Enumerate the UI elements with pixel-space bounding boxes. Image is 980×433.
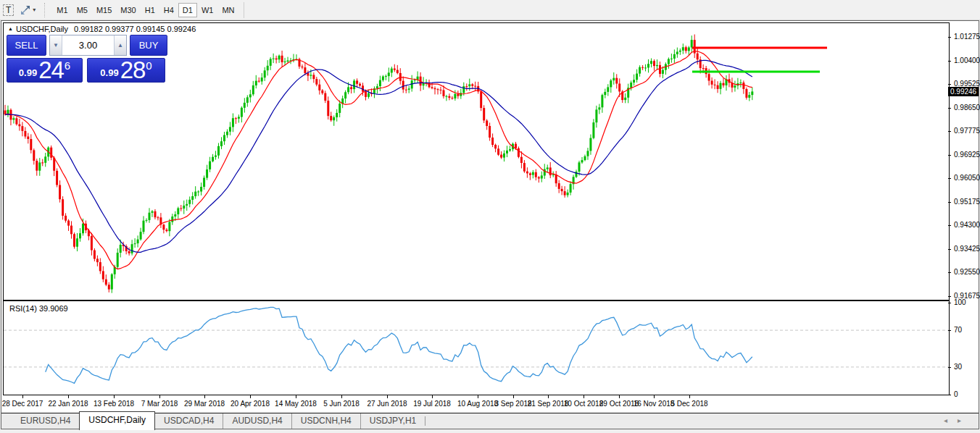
price-axis-label: 0.96050	[954, 174, 980, 182]
price-axis-label: 0.93425	[954, 245, 980, 253]
price-axis-label: 0.96925	[954, 151, 980, 159]
price-axis-label: 1.01275	[954, 33, 980, 41]
date-axis-label: 27 Jun 2018	[362, 400, 412, 408]
price-pane[interactable]: ▲USDCHF,Daily0.99182 0.99377 0.99145 0.9…	[3, 22, 950, 300]
axis-tick	[948, 296, 951, 297]
axis-tick	[948, 202, 951, 203]
date-axis-label: 29 Mar 2018	[179, 400, 230, 408]
tab-scroll-controls: ◂▸	[944, 416, 971, 424]
mt4-terminal: T ▾ M1M5M15M30H1H4D1W1MN ▲USDCHF,Daily0.…	[0, 0, 980, 433]
rsi-indicator-pane[interactable]: RSI(14) 39.9069	[3, 300, 950, 395]
toolbar-grip[interactable]	[44, 3, 48, 17]
date-axis-label: 20 Apr 2018	[225, 400, 275, 408]
date-axis-label: 22 Jan 2018	[43, 400, 94, 408]
rsi-axis-label: 30	[954, 363, 962, 371]
text-tool-icon: T	[3, 4, 14, 16]
date-axis-tick	[22, 395, 23, 398]
ma-fast-line	[5, 51, 752, 269]
sell-button[interactable]: SELL	[7, 35, 46, 56]
axis-tick	[948, 303, 951, 303]
date-axis-tick	[341, 395, 342, 398]
timeframe-button[interactable]: H1	[141, 3, 159, 17]
timeframe-button[interactable]: M1	[52, 3, 72, 17]
date-axis-label: 19 Jul 2018	[407, 400, 457, 408]
price-axis-label: 0.99525	[954, 80, 980, 88]
timeframe-button[interactable]: H4	[159, 3, 178, 17]
volume-decrease-button[interactable]: ▼	[50, 35, 62, 55]
date-axis-label: 5 Dec 2018	[664, 400, 715, 408]
chart-tab[interactable]: USDCHF,Daily	[79, 411, 155, 430]
buy-button[interactable]: BUY	[130, 35, 167, 56]
date-axis-tick	[478, 395, 478, 398]
buy-price-prefix: 0.99	[100, 67, 118, 78]
axis-tick	[948, 330, 951, 331]
volume-stepper: ▼ 3.00 ▲	[49, 35, 127, 56]
price-axis-label: 0.92550	[954, 268, 980, 276]
sell-price-big: 24	[38, 59, 64, 81]
volume-input[interactable]: 3.00	[62, 35, 114, 55]
axis-tick	[948, 108, 951, 109]
date-axis-tick	[654, 395, 655, 398]
price-axis-label: 0.95175	[954, 198, 980, 206]
date-axis-label: 7 Mar 2018	[134, 400, 185, 408]
rsi-axis-label: 70	[954, 326, 962, 334]
sell-price-prefix: 0.99	[19, 67, 37, 78]
rsi-axis-label: 100	[954, 298, 966, 306]
buy-price-big: 28	[120, 59, 146, 81]
date-axis-tick	[432, 395, 433, 398]
tab-scroll-left-icon[interactable]: ◂	[944, 416, 958, 424]
rsi-indicator-label: RSI(14) 39.9069	[9, 304, 68, 313]
tab-scroll-right-icon[interactable]: ▸	[958, 416, 971, 424]
chart-tab[interactable]: USDCAD,H4	[155, 413, 223, 429]
date-axis-tick	[619, 395, 620, 398]
chart-tab[interactable]: USDJPY,H1	[360, 413, 425, 429]
volume-increase-button[interactable]: ▲	[114, 35, 126, 55]
buy-price-pip: 0	[146, 59, 151, 72]
rsi-axis-label: 0	[954, 390, 958, 398]
axis-tick	[948, 395, 951, 395]
date-axis-label: 13 Feb 2018	[88, 400, 139, 408]
buy-price-quote[interactable]: 0.99 28 0	[87, 58, 165, 83]
timeframe-button[interactable]: MN	[217, 3, 238, 17]
date-axis-tick	[250, 395, 251, 398]
price-axis-label: 1.00400	[954, 56, 980, 64]
text-label-tool-button[interactable]: T	[1, 2, 16, 18]
date-scale[interactable]: 28 Dec 201722 Jan 201813 Feb 20187 Mar 2…	[3, 397, 950, 412]
toolbar-separator	[244, 2, 244, 18]
date-axis-tick	[548, 395, 549, 398]
timeframe-button[interactable]: D1	[178, 3, 197, 17]
axis-tick	[948, 249, 951, 250]
date-axis-label: 28 Dec 2017	[0, 400, 48, 408]
axis-tick	[948, 61, 951, 62]
date-axis-tick	[387, 395, 388, 398]
chart-window: ▲USDCHF,Daily0.99182 0.99377 0.99145 0.9…	[1, 20, 979, 429]
current-price-tag: 0.99246	[948, 87, 979, 96]
symbol-period-label: USDCHF,Daily	[16, 25, 68, 33]
date-axis-label: 14 May 2018	[270, 400, 321, 408]
collapse-arrow-icon[interactable]: ▲	[8, 26, 13, 31]
timeframe-toolbar: M1M5M15M30H1H4D1W1MN	[52, 3, 238, 17]
chart-tab[interactable]: USDCNH,H4	[291, 413, 360, 429]
axis-tick	[948, 225, 951, 226]
one-click-trading-panel: SELL ▼ 3.00 ▲ BUY 0.99 24 6 0.99	[7, 35, 167, 83]
timeframe-button[interactable]: W1	[197, 3, 218, 17]
date-axis-tick	[513, 395, 514, 398]
timeframe-button[interactable]: M5	[72, 3, 92, 17]
sell-price-quote[interactable]: 0.99 24 6	[7, 58, 83, 83]
ohlc-values: 0.99182 0.99377 0.99145 0.99246	[74, 25, 196, 33]
axis-tick	[948, 367, 951, 368]
chart-tab-bar: EURUSD,H4USDCHF,DailyUSDCAD,H4AUDUSD,H4U…	[1, 413, 979, 429]
diagonal-arrows-icon	[20, 4, 31, 16]
price-scale[interactable]: 1.012751.004000.995250.986500.977750.969…	[948, 21, 979, 412]
date-axis-tick	[584, 395, 584, 398]
date-axis-tick	[689, 395, 690, 398]
date-axis-tick	[159, 395, 160, 398]
axis-tick	[948, 272, 951, 273]
date-axis-tick	[114, 395, 115, 398]
timeframe-button[interactable]: M30	[116, 3, 140, 17]
chart-tab[interactable]: AUDUSD,H4	[223, 413, 291, 429]
arrow-objects-button[interactable]: ▾	[17, 2, 38, 18]
chart-tab[interactable]: EURUSD,H4	[12, 413, 79, 429]
timeframe-button[interactable]: M15	[92, 3, 116, 17]
rsi-line	[46, 307, 752, 383]
